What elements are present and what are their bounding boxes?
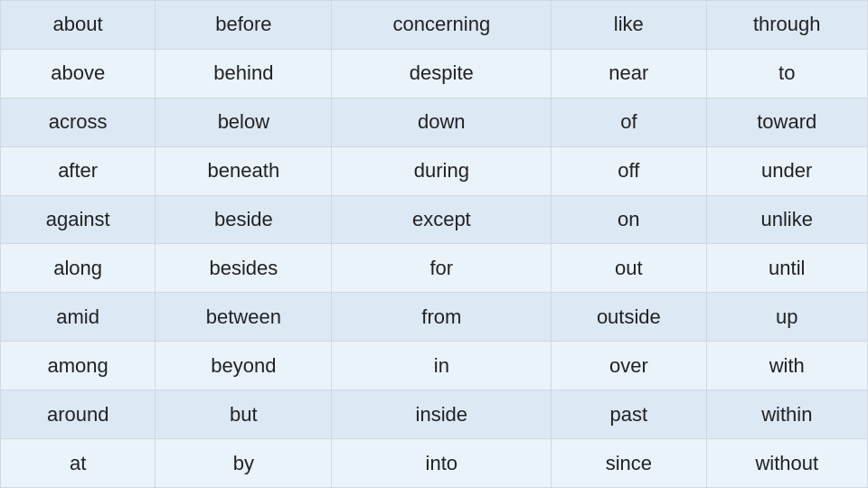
table-cell: beneath — [156, 146, 332, 195]
table-cell: behind — [156, 49, 332, 98]
table-cell: despite — [332, 49, 552, 98]
table-cell: toward — [706, 98, 868, 146]
table-cell: among — [1, 342, 156, 390]
table-cell: amid — [1, 293, 156, 342]
table-cell: without — [706, 439, 868, 488]
table-cell: up — [706, 293, 868, 342]
table-cell: but — [156, 390, 332, 439]
table-cell: at — [1, 439, 156, 488]
table-cell: outside — [552, 293, 706, 342]
table-row: amidbetweenfromoutsideup — [1, 293, 868, 342]
table-cell: except — [332, 195, 552, 244]
table-cell: through — [706, 1, 868, 50]
table-cell: before — [156, 1, 332, 50]
table-cell: past — [552, 390, 706, 439]
table-cell: between — [156, 293, 332, 342]
table-cell: beside — [156, 195, 332, 244]
table-row: againstbesideexceptonunlike — [1, 195, 868, 244]
table-row: aroundbutinsidepastwithin — [1, 390, 868, 439]
table-cell: besides — [156, 244, 332, 293]
table-cell: from — [332, 293, 552, 342]
table-row: aboutbeforeconcerninglikethrough — [1, 1, 868, 50]
table-cell: into — [332, 439, 552, 488]
table-cell: inside — [332, 390, 552, 439]
table-cell: by — [156, 439, 332, 488]
table-row: abovebehinddespitenearto — [1, 49, 868, 98]
table-cell: around — [1, 390, 156, 439]
table-cell: under — [706, 146, 868, 195]
table-cell: near — [552, 49, 706, 98]
table-cell: since — [552, 439, 706, 488]
table-cell: within — [706, 390, 868, 439]
table-cell: above — [1, 49, 156, 98]
table-cell: off — [552, 146, 706, 195]
table-cell: of — [552, 98, 706, 146]
table-row: amongbeyondinoverwith — [1, 342, 868, 390]
table-cell: beyond — [156, 342, 332, 390]
table-row: afterbeneathduringoffunder — [1, 146, 868, 195]
table-cell: with — [706, 342, 868, 390]
table-cell: during — [332, 146, 552, 195]
table-cell: below — [156, 98, 332, 146]
table-cell: to — [706, 49, 868, 98]
table-cell: along — [1, 244, 156, 293]
table-cell: until — [706, 244, 868, 293]
table-row: atbyintosincewithout — [1, 439, 868, 488]
table-cell: concerning — [332, 1, 552, 50]
prepositions-table: aboutbeforeconcerninglikethroughabovebeh… — [0, 0, 868, 488]
table-cell: in — [332, 342, 552, 390]
table-cell: over — [552, 342, 706, 390]
table-cell: like — [552, 1, 706, 50]
table-row: acrossbelowdownoftoward — [1, 98, 868, 146]
table-cell: across — [1, 98, 156, 146]
table-cell: for — [332, 244, 552, 293]
table-row: alongbesidesforoutuntil — [1, 244, 868, 293]
table-cell: against — [1, 195, 156, 244]
table-cell: on — [552, 195, 706, 244]
table-cell: down — [332, 98, 552, 146]
table-cell: about — [1, 1, 156, 50]
table-cell: after — [1, 146, 156, 195]
table-cell: unlike — [706, 195, 868, 244]
table-cell: out — [552, 244, 706, 293]
